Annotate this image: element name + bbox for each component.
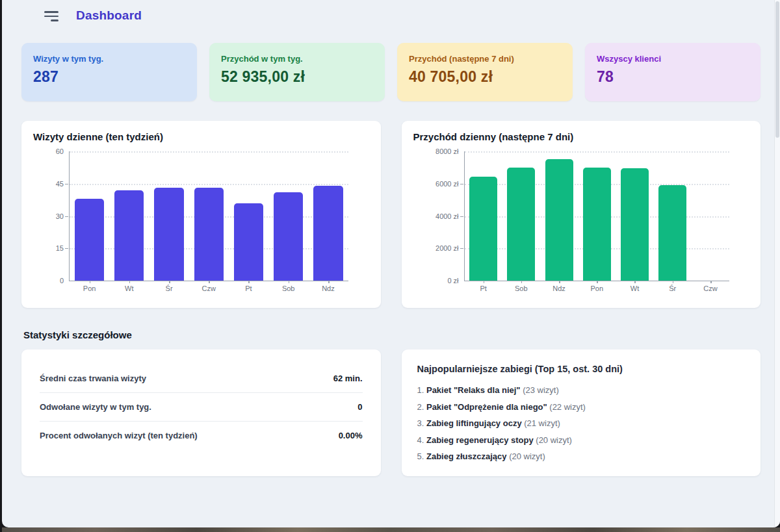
top-treatments-title: Najpopularniejsze zabiegi (Top 15, ost. … (417, 364, 746, 374)
x-axis-label-Pon: Pon (70, 285, 109, 292)
treatment-rank: 1. (417, 385, 426, 395)
treatment-rank: 4. (417, 435, 426, 445)
detail-row-2: Procent odwołanych wizyt (ten tydzień)0.… (40, 422, 363, 450)
stat-card-2: Przychód (następne 7 dni)40 705,00 zł (397, 43, 573, 101)
bars-group (70, 151, 348, 281)
top-treatments-card: Najpopularniejsze zabiegi (Top 15, ost. … (402, 349, 761, 476)
bar-slot-Sob (268, 151, 308, 281)
x-axis-label-Sob: Sob (502, 285, 540, 292)
stat-card-value: 78 (597, 68, 749, 86)
bar-slot-Pon (578, 151, 616, 281)
y-axis-tick (65, 184, 68, 184)
bar-Śr[interactable] (658, 185, 686, 281)
scrollbar-thumb[interactable] (775, 1, 779, 138)
bar-Sob[interactable] (274, 192, 303, 281)
visits-bar-chart: 015304560PonWtŚrCzwPtSobNdz (32, 144, 369, 303)
stat-card-value: 52 935,00 zł (221, 68, 373, 86)
bar-slot-Wt (616, 151, 653, 281)
bar-Pt[interactable] (234, 203, 263, 281)
detail-row-label: Procent odwołanych wizyt (ten tydzień) (40, 431, 198, 440)
y-axis-tick (65, 248, 68, 249)
bar-Pon[interactable] (75, 199, 104, 281)
dashboard-window: Dashboard Wizyty w tym tyg.287Przychód w… (2, 0, 780, 527)
bar-slot-Ndz (308, 151, 348, 281)
detail-row-value: 0 (358, 402, 362, 412)
revenue-chart-card: Przychód dzienny (następne 7 dni) 0 zł20… (402, 121, 761, 308)
bar-slot-Czw (189, 151, 229, 281)
x-axis-label-Śr: Śr (654, 285, 692, 292)
details-section-heading: Statystyki szczegółowe (21, 329, 760, 340)
treatment-name: Pakiet "Relaks dla niej" (426, 385, 521, 395)
bars-group (465, 151, 730, 281)
bar-Śr[interactable] (154, 188, 183, 281)
revenue-chart-title: Przychód dzienny (następne 7 dni) (412, 131, 749, 142)
y-axis-label: 6000 zł (436, 180, 458, 188)
x-axis-label-Wt: Wt (616, 285, 653, 292)
bar-Sob[interactable] (507, 168, 535, 281)
stat-card-0: Wizyty w tym tyg.287 (21, 43, 197, 101)
x-axis-label-Wt: Wt (109, 285, 149, 292)
y-axis-label: 45 (56, 180, 64, 188)
stat-card-label: Wizyty w tym tyg. (33, 54, 185, 64)
stat-cards-row: Wizyty w tym tyg.287Przychód w tym tyg.5… (21, 43, 760, 101)
stat-card-label: Wszyscy klienci (597, 54, 749, 64)
x-axis-label-Pt: Pt (465, 285, 502, 292)
treatment-count: (21 wizyt) (522, 418, 560, 428)
y-axis-label: 15 (56, 244, 64, 252)
bar-slot-Wt (109, 151, 149, 281)
stat-card-3: Wszyscy klienci78 (585, 43, 760, 101)
bar-Wt[interactable] (621, 168, 649, 281)
detail-row-value: 62 min. (333, 374, 363, 383)
stat-card-value: 287 (33, 68, 185, 86)
stat-card-label: Przychód w tym tyg. (221, 54, 373, 64)
x-axis-label-Śr: Śr (149, 285, 188, 292)
revenue-plot-area: 0 zł2000 zł4000 zł6000 zł8000 złPtSobNdz… (464, 151, 730, 281)
x-axis-label-Sob: Sob (268, 285, 308, 292)
treatment-name: Zabieg regenerujący stopy (426, 435, 534, 445)
vertical-scrollbar[interactable] (774, 0, 780, 527)
bar-slot-Czw (692, 151, 729, 281)
y-axis-label: 0 (60, 277, 64, 285)
visits-chart-title: Wizyty dzienne (ten tydzień) (32, 131, 369, 142)
treatment-name: Zabieg liftingujący oczy (426, 418, 522, 428)
bar-slot-Pt (229, 151, 268, 281)
y-axis-label: 30 (56, 212, 64, 220)
desktop-edge-strip (2, 527, 780, 532)
bar-Wt[interactable] (114, 190, 144, 281)
stat-card-label: Przychód (następne 7 dni) (409, 54, 561, 64)
x-axis-label-Czw: Czw (692, 285, 729, 292)
detailed-stats-card: Średni czas trwania wizyty62 min.Odwołan… (21, 349, 381, 476)
revenue-bar-chart: 0 zł2000 zł4000 zł6000 zł8000 złPtSobNdz… (412, 144, 749, 303)
detail-row-1: Odwołane wizyty w tym tyg.0 (40, 393, 363, 422)
y-axis-label: 0 zł (447, 277, 458, 285)
page-title: Dashboard (76, 8, 142, 23)
treatment-name: Zabieg złuszczający (426, 451, 507, 461)
x-axis-label-Pon: Pon (578, 285, 616, 292)
bar-slot-Pon (70, 151, 109, 281)
treatment-item-3: 3. Zabieg liftingujący oczy (21 wizyt) (417, 415, 746, 432)
bar-Pt[interactable] (469, 177, 497, 281)
bar-slot-Śr (654, 151, 692, 281)
stat-card-value: 40 705,00 zł (409, 68, 561, 86)
y-axis-tick (460, 216, 463, 217)
treatment-count: (20 wizyt) (507, 451, 545, 461)
menu-icon[interactable] (44, 10, 58, 21)
bar-Czw[interactable] (194, 188, 224, 281)
stat-card-1: Przychód w tym tyg.52 935,00 zł (209, 43, 385, 101)
x-axis-label-Ndz: Ndz (308, 285, 348, 292)
bar-Pon[interactable] (583, 168, 611, 281)
treatment-count: (22 wizyt) (547, 402, 586, 412)
details-row: Średni czas trwania wizyty62 min.Odwołan… (21, 349, 760, 476)
y-axis-label: 8000 zł (436, 147, 458, 155)
bar-slot-Ndz (540, 151, 578, 281)
bar-Ndz[interactable] (545, 159, 573, 281)
detail-row-label: Odwołane wizyty w tym tyg. (40, 402, 151, 412)
bar-Ndz[interactable] (313, 186, 343, 281)
detail-row-0: Średni czas trwania wizyty62 min. (40, 364, 363, 393)
y-axis-label: 60 (56, 147, 64, 155)
y-axis-tick (65, 216, 68, 217)
visits-chart-card: Wizyty dzienne (ten tydzień) 015304560Po… (21, 121, 381, 308)
y-axis-label: 2000 zł (436, 244, 458, 252)
y-axis-label: 4000 zł (436, 212, 458, 220)
treatment-name: Pakiet "Odprężenie dla niego" (426, 402, 547, 412)
